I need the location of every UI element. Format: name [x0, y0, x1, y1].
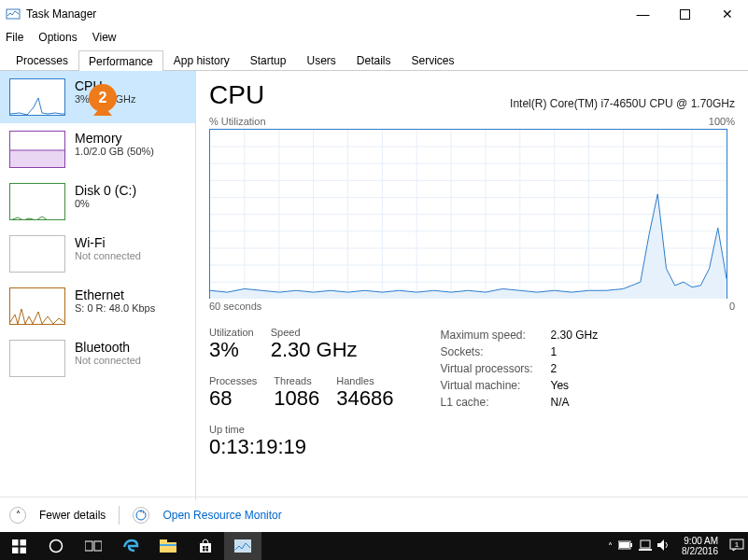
svg-rect-29: [12, 539, 19, 546]
svg-point-33: [50, 540, 63, 553]
clock[interactable]: 9:00 AM 8/2/2016: [676, 536, 724, 556]
svg-rect-32: [20, 547, 26, 553]
menu-file[interactable]: File: [6, 31, 23, 44]
edge-icon[interactable]: [112, 532, 149, 560]
axis-label-left: % Utilization: [209, 116, 266, 127]
open-resmon-link[interactable]: Open Resource Monitor: [162, 509, 281, 522]
sidebar-item-wifi[interactable]: Wi-Fi Not connected: [0, 228, 195, 280]
sockets-key: Sockets:: [441, 345, 543, 358]
svg-rect-1: [681, 9, 690, 19]
tab-details[interactable]: Details: [346, 49, 402, 70]
tab-processes[interactable]: Processes: [6, 49, 78, 70]
svg-rect-42: [203, 549, 205, 552]
sockets-value: 1: [551, 345, 557, 358]
tab-strip: Processes Performance App history Startu…: [0, 47, 748, 71]
vproc-key: Virtual processors:: [441, 362, 543, 375]
sidebar-wifi-sub: Not connected: [75, 250, 141, 261]
store-icon[interactable]: [187, 532, 224, 560]
taskbar: ˄ 9:00 AM 8/2/2016 1: [0, 532, 748, 560]
svg-rect-46: [630, 543, 632, 547]
sidebar-bluetooth-sub: Not connected: [75, 355, 141, 366]
sidebar-memory-sub: 1.0/2.0 GB (50%): [75, 146, 154, 157]
separator: [119, 506, 120, 525]
sidebar-ethernet-sub: S: 0 R: 48.0 Kbps: [75, 302, 155, 314]
sidebar-memory-title: Memory: [75, 131, 154, 146]
detail-panel: CPU Intel(R) Core(TM) i7-4650U CPU @ 1.7…: [196, 71, 748, 500]
svg-rect-34: [85, 541, 92, 551]
processes-label: Processes: [209, 375, 257, 386]
svg-rect-47: [619, 542, 629, 548]
sidebar-bluetooth-title: Bluetooth: [75, 340, 141, 355]
bluetooth-thumb: [9, 340, 65, 377]
tab-performance[interactable]: Performance: [78, 50, 163, 71]
close-button[interactable]: ✕: [706, 0, 748, 28]
sidebar-item-ethernet[interactable]: Ethernet S: 0 R: 48.0 Kbps: [0, 280, 195, 332]
cpu-chart[interactable]: [209, 129, 727, 299]
task-view-button[interactable]: [75, 532, 112, 560]
fewer-details-link[interactable]: Fewer details: [39, 509, 106, 522]
tab-startup[interactable]: Startup: [240, 49, 297, 70]
svg-rect-37: [160, 539, 167, 543]
menu-options[interactable]: Options: [38, 31, 77, 44]
sidebar-item-disk[interactable]: Disk 0 (C:) 0%: [0, 175, 195, 228]
svg-rect-49: [639, 549, 652, 551]
svg-text:1: 1: [735, 540, 740, 549]
stats-area: Utilization 3% Speed 2.30 GHz Processes …: [209, 327, 735, 459]
l1-key: L1 cache:: [441, 396, 543, 409]
vmach-key: Virtual machine:: [441, 379, 543, 392]
main-area: CPU 3% 1.50 GHz Memory 1.0/2.0 GB (50%) …: [0, 71, 748, 500]
tab-users[interactable]: Users: [296, 49, 346, 70]
wifi-thumb: [9, 235, 65, 273]
threads-value: 1086: [274, 386, 319, 411]
handles-label: Handles: [336, 375, 393, 386]
tray-chevron-icon[interactable]: ˄: [608, 541, 613, 552]
utilization-value: 3%: [209, 338, 254, 362]
max-speed-key: Maximum speed:: [441, 329, 543, 342]
window-title: Task Manager: [26, 7, 96, 21]
svg-marker-27: [210, 194, 727, 299]
disk-thumb: [9, 183, 65, 220]
svg-rect-35: [94, 541, 102, 551]
processes-value: 68: [209, 386, 257, 411]
max-speed-value: 2.30 GHz: [551, 329, 599, 342]
volume-icon[interactable]: [657, 539, 670, 553]
utilization-label: Utilization: [209, 327, 254, 338]
cpu-info-table: Maximum speed:2.30 GHz Sockets:1 Virtual…: [441, 327, 599, 459]
sidebar-item-bluetooth[interactable]: Bluetooth Not connected: [0, 332, 195, 385]
network-icon[interactable]: [639, 539, 652, 553]
start-button[interactable]: [0, 532, 37, 560]
clock-time: 9:00 AM: [682, 536, 718, 546]
threads-label: Threads: [274, 375, 319, 386]
vmach-value: Yes: [551, 379, 570, 392]
ethernet-thumb: [9, 287, 65, 325]
minimize-button[interactable]: —: [622, 0, 664, 28]
footer-bar: ˄ Fewer details Open Resource Monitor: [0, 497, 748, 532]
vproc-value: 2: [551, 362, 557, 375]
handles-value: 34686: [336, 386, 393, 411]
cortana-button[interactable]: [37, 532, 75, 560]
memory-thumb: [9, 131, 65, 168]
speed-value: 2.30 GHz: [271, 338, 358, 362]
tab-services[interactable]: Services: [402, 49, 465, 70]
action-center-icon[interactable]: 1: [729, 539, 744, 553]
tab-app-history[interactable]: App history: [163, 49, 240, 70]
menu-view[interactable]: View: [92, 31, 117, 44]
battery-icon[interactable]: [618, 540, 633, 552]
svg-rect-41: [206, 546, 209, 549]
taskmgr-taskbar-icon[interactable]: [224, 532, 261, 560]
sidebar-item-memory[interactable]: Memory 1.0/2.0 GB (50%): [0, 123, 195, 175]
svg-rect-31: [12, 547, 19, 553]
resmon-icon[interactable]: [133, 507, 149, 524]
svg-rect-2: [10, 150, 65, 168]
axis-label-right: 100%: [709, 116, 735, 127]
svg-rect-39: [200, 543, 211, 553]
time-axis-left: 60 seconds: [209, 301, 261, 312]
processor-name: Intel(R) Core(TM) i7-4650U CPU @ 1.70GHz: [510, 97, 735, 110]
file-explorer-icon[interactable]: [149, 532, 187, 560]
cpu-thumb: [9, 78, 65, 116]
svg-rect-40: [203, 546, 205, 549]
svg-rect-36: [160, 542, 176, 553]
uptime-value: 0:13:19:19: [209, 435, 306, 459]
maximize-button[interactable]: [664, 0, 706, 28]
chevron-up-icon[interactable]: ˄: [9, 507, 26, 524]
